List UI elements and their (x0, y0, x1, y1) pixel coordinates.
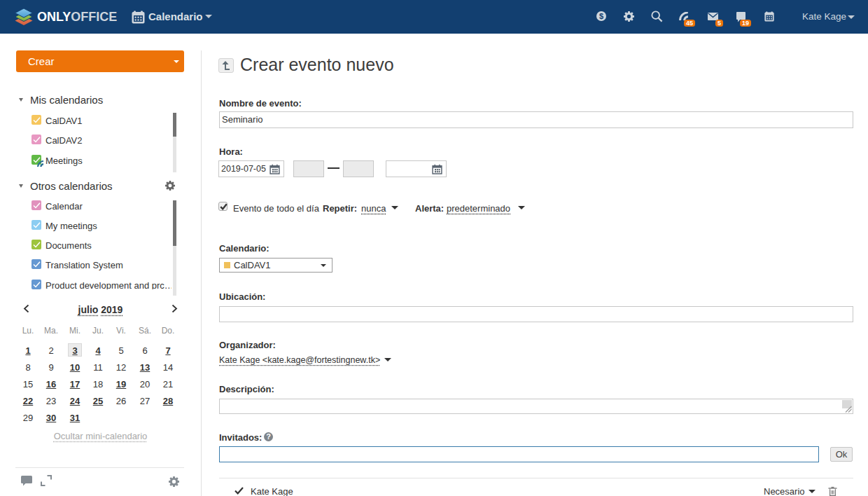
svg-text:$: $ (599, 12, 603, 20)
svg-text:?: ? (266, 432, 271, 441)
